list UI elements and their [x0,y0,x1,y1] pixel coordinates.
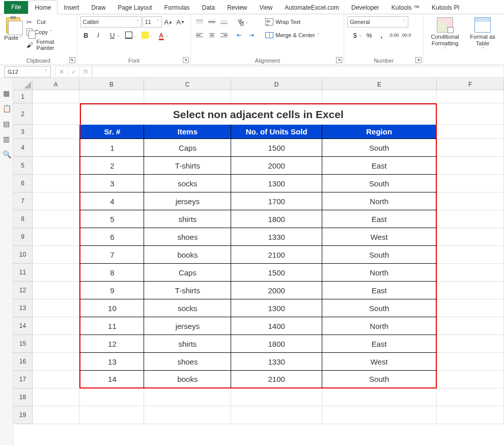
table-cell[interactable]: 3 [79,175,144,192]
table-cell[interactable]: 2100 [231,371,322,388]
table-cell[interactable]: 10 [79,299,144,317]
cell[interactable] [231,388,322,406]
table-header[interactable]: Items [144,125,231,139]
table-cell[interactable]: 1500 [231,139,322,157]
table-cell[interactable]: T-shirts [144,157,231,175]
table-cell[interactable]: South [322,246,437,264]
table-cell[interactable]: East [322,210,437,228]
column-header-C[interactable]: C [144,79,231,90]
side-icon-4[interactable]: ▥ [3,135,11,143]
row-header-14[interactable]: 14 [13,317,33,335]
borders-button[interactable] [121,30,136,41]
increase-indent-button[interactable]: ⇥ [246,30,257,41]
table-cell[interactable]: 4 [79,192,144,210]
cell[interactable] [322,406,437,424]
table-header[interactable]: Region [322,125,437,139]
table-cell[interactable]: shoes [144,228,231,246]
underline-button[interactable]: U [105,30,120,41]
table-header[interactable]: Sr. # [79,125,144,139]
align-left-button[interactable] [194,30,205,41]
font-size-combo[interactable]: 11˅ [143,16,162,27]
copy-button[interactable]: Copy [24,27,73,37]
table-cell[interactable]: 1330 [231,353,322,371]
table-cell[interactable]: T-shirts [144,282,231,299]
cell[interactable] [437,210,504,228]
table-cell[interactable]: South [322,175,437,192]
merge-center-button[interactable]: Merge & Center [262,30,323,41]
cell[interactable] [33,317,79,335]
table-cell[interactable]: books [144,246,231,264]
table-cell[interactable]: jerseys [144,317,231,335]
row-header-7[interactable]: 7 [13,192,33,210]
tab-kutools[interactable]: Kutools ™ [385,1,426,14]
table-cell[interactable]: 9 [79,282,144,299]
conditional-formatting-button[interactable]: Conditional Formatting [427,16,463,53]
table-cell[interactable]: Caps [144,264,231,282]
table-cell[interactable]: North [322,264,437,282]
currency-button[interactable]: $ [347,30,362,41]
increase-font-button[interactable]: A▲ [163,16,174,27]
cell[interactable] [33,103,80,125]
cell[interactable] [33,282,79,299]
cells-area[interactable]: Select non adjacent cells in ExcelSr. #I… [33,90,504,424]
cell[interactable] [437,192,504,210]
align-center-button[interactable] [206,30,217,41]
row-header-2[interactable]: 2 [13,103,33,125]
fill-color-button[interactable] [137,30,153,41]
table-cell[interactable]: 5 [79,210,144,228]
cell[interactable] [33,388,79,406]
table-cell[interactable]: North [322,317,437,335]
table-cell[interactable]: 14 [79,371,144,388]
table-cell[interactable]: West [322,228,437,246]
percent-button[interactable]: % [363,30,375,41]
cell[interactable] [33,210,79,228]
table-cell[interactable]: 1500 [231,264,322,282]
cut-button[interactable]: Cut [24,17,73,26]
cell[interactable] [437,157,504,175]
font-dialog-launcher[interactable]: ⬊ [183,57,189,63]
column-header-E[interactable]: E [322,79,437,90]
table-cell[interactable]: 1330 [231,228,322,246]
table-cell[interactable]: shirts [144,210,231,228]
cell[interactable] [437,371,504,388]
cell[interactable] [79,406,144,424]
cell[interactable] [33,353,79,371]
name-box[interactable]: G12˅ [4,66,51,77]
cell[interactable] [33,299,79,317]
tab-page-layout[interactable]: Page Layout [111,1,158,14]
font-color-button[interactable]: A [154,30,169,41]
orientation-button[interactable]: ab [234,16,249,27]
row-header-5[interactable]: 5 [13,157,33,175]
cell[interactable] [33,406,79,424]
alignment-dialog-launcher[interactable]: ⬊ [336,57,342,63]
cell[interactable] [144,90,231,103]
table-cell[interactable]: East [322,282,437,299]
select-all-button[interactable] [13,79,33,90]
cell[interactable] [437,282,504,299]
table-cell[interactable]: 1 [79,139,144,157]
tab-data[interactable]: Data [196,1,221,14]
bold-button[interactable]: B [80,30,92,41]
table-cell[interactable]: 1400 [231,317,322,335]
row-header-18[interactable]: 18 [13,388,33,406]
row-header-16[interactable]: 16 [13,353,33,371]
table-cell[interactable]: 13 [79,353,144,371]
row-header-8[interactable]: 8 [13,210,33,228]
table-cell[interactable]: jerseys [144,192,231,210]
side-icon-2[interactable]: 📋 [3,104,11,113]
table-cell[interactable]: 2000 [231,282,322,299]
increase-decimal-button[interactable]: .0.00 [388,30,399,41]
cell[interactable] [79,388,144,406]
align-top-button[interactable] [194,16,205,27]
row-header-10[interactable]: 10 [13,246,33,264]
wrap-text-button[interactable]: abcWrap Text [262,16,323,27]
cell[interactable] [33,246,79,264]
row-header-15[interactable]: 15 [13,335,33,353]
cell[interactable] [437,353,504,371]
column-header-B[interactable]: B [79,79,144,90]
cell[interactable] [322,388,437,406]
align-right-button[interactable] [218,30,230,41]
table-cell[interactable]: East [322,157,437,175]
cell[interactable] [437,299,504,317]
column-header-A[interactable]: A [33,79,79,90]
